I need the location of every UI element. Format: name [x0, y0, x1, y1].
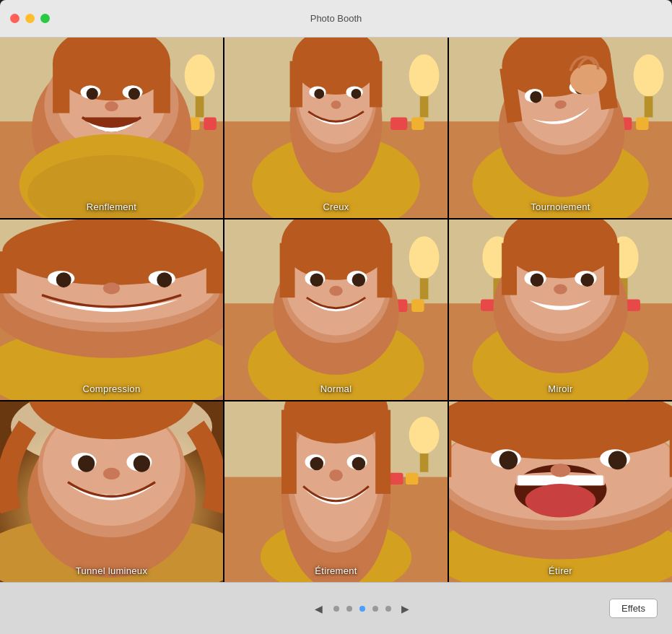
svg-rect-72 — [0, 251, 17, 293]
effect-label-etirer: Étirer — [449, 565, 672, 576]
effect-cell-creux[interactable]: Creux — [224, 38, 448, 218]
svg-rect-7 — [204, 117, 216, 129]
svg-rect-138 — [406, 473, 418, 485]
pagination: ◀ ▶ — [115, 602, 609, 616]
svg-rect-12 — [53, 63, 69, 113]
svg-rect-73 — [206, 251, 223, 293]
svg-point-171 — [551, 464, 571, 477]
effect-label-etirement: Étirement — [224, 565, 448, 576]
page-dot-4[interactable] — [372, 606, 378, 612]
prev-page-button[interactable]: ◀ — [312, 602, 326, 616]
svg-rect-92 — [377, 243, 392, 298]
effets-button[interactable]: Effets — [609, 599, 658, 618]
svg-rect-46 — [636, 117, 648, 129]
window-controls — [10, 14, 50, 23]
effect-cell-normal[interactable]: Normal — [224, 220, 448, 400]
effects-grid: Renflement — [0, 38, 672, 582]
effect-label-tournoiement: Tournoiement — [449, 201, 672, 212]
svg-point-76 — [56, 272, 71, 287]
svg-rect-91 — [280, 243, 295, 298]
svg-point-148 — [310, 457, 323, 471]
page-dot-1[interactable] — [333, 606, 339, 612]
svg-point-149 — [352, 457, 366, 471]
svg-rect-33 — [290, 61, 302, 108]
svg-point-18 — [105, 101, 118, 111]
svg-rect-136 — [420, 453, 429, 472]
svg-rect-26 — [390, 117, 407, 129]
svg-rect-144 — [282, 410, 297, 494]
svg-point-77 — [157, 272, 172, 287]
svg-point-131 — [103, 468, 120, 479]
next-page-button[interactable]: ▶ — [398, 602, 413, 616]
svg-rect-145 — [375, 410, 390, 494]
page-dot-5[interactable] — [385, 606, 391, 612]
toolbar: ◀ ▶ Effets — [0, 582, 672, 634]
svg-rect-161 — [449, 422, 451, 477]
svg-point-130 — [134, 455, 150, 472]
svg-point-71 — [2, 220, 220, 285]
svg-point-170 — [525, 484, 596, 518]
effect-cell-etirement[interactable]: Étirement — [224, 401, 448, 582]
svg-point-96 — [352, 273, 366, 287]
svg-rect-25 — [420, 96, 429, 117]
svg-rect-4 — [196, 96, 204, 117]
svg-rect-13 — [154, 63, 170, 113]
effect-label-tunnel: Tunnel lumineux — [0, 565, 223, 576]
svg-rect-85 — [411, 299, 424, 311]
svg-point-118 — [554, 285, 567, 295]
svg-point-135 — [409, 417, 440, 453]
close-button[interactable] — [10, 14, 19, 23]
effect-label-renflement: Renflement — [0, 201, 223, 212]
svg-rect-27 — [411, 117, 424, 129]
svg-point-166 — [608, 451, 627, 470]
title-bar: Photo Booth — [0, 0, 672, 38]
svg-point-24 — [409, 54, 440, 96]
svg-rect-112 — [502, 243, 517, 295]
svg-point-117 — [580, 273, 594, 287]
svg-point-3 — [185, 54, 215, 96]
effect-label-miroir: Miroir — [449, 383, 672, 394]
svg-point-43 — [634, 54, 664, 96]
svg-point-95 — [310, 273, 323, 287]
svg-rect-83 — [420, 278, 429, 299]
page-dot-3[interactable] — [359, 606, 365, 612]
svg-rect-44 — [645, 96, 653, 117]
page-dot-2[interactable] — [346, 606, 352, 612]
svg-point-150 — [329, 469, 343, 481]
svg-point-38 — [351, 89, 361, 99]
effect-cell-compression[interactable]: Compression — [0, 220, 223, 400]
svg-rect-34 — [370, 61, 382, 108]
effect-cell-etirer[interactable]: Étirer — [449, 401, 672, 582]
minimize-button[interactable] — [25, 14, 35, 23]
svg-point-116 — [531, 273, 544, 287]
app-title: Photo Booth — [310, 13, 362, 24]
effect-label-creux: Creux — [224, 201, 448, 212]
svg-point-78 — [103, 282, 120, 294]
effect-cell-tunnel[interactable]: Tunnel lumineux — [0, 401, 223, 582]
svg-point-129 — [78, 455, 95, 472]
svg-point-17 — [128, 88, 140, 100]
effect-label-compression: Compression — [0, 383, 223, 394]
svg-point-37 — [314, 89, 324, 99]
svg-point-82 — [409, 236, 440, 278]
maximize-button[interactable] — [40, 14, 50, 23]
svg-point-160 — [449, 401, 672, 459]
effect-cell-miroir[interactable]: Miroir — [449, 220, 672, 400]
effect-label-normal: Normal — [224, 383, 448, 394]
effect-cell-tournoiement[interactable]: Tournoiement — [449, 38, 672, 218]
svg-point-165 — [499, 451, 518, 470]
svg-point-39 — [331, 100, 341, 109]
effect-cell-renflement[interactable]: Renflement — [0, 38, 223, 218]
svg-point-16 — [87, 88, 98, 100]
svg-rect-113 — [604, 243, 619, 295]
svg-point-97 — [329, 286, 343, 296]
svg-rect-162 — [670, 422, 672, 477]
